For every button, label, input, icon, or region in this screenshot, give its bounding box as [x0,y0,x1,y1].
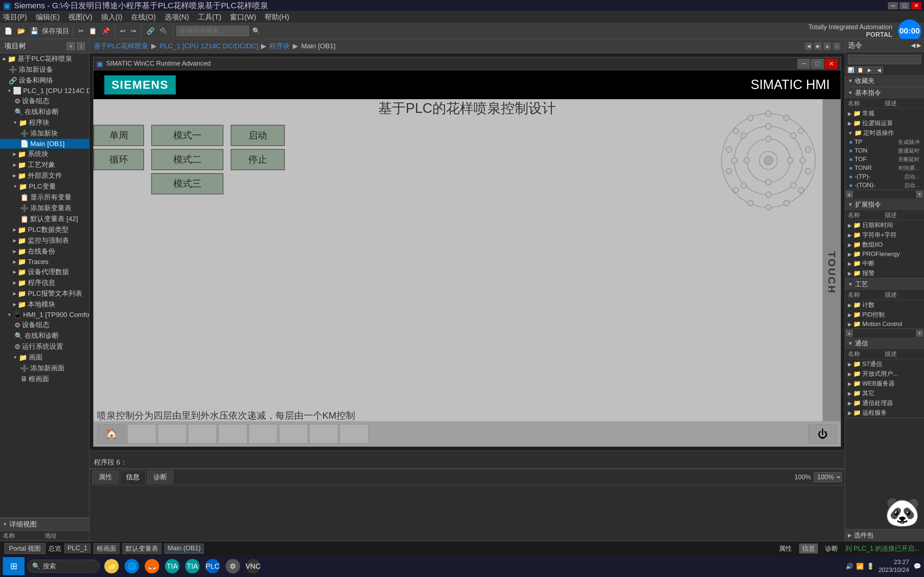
open-button[interactable]: 📂 [16,26,27,36]
tree-item-tech-objects[interactable]: ▶ 📁 工艺对象 [0,160,89,170]
tree-item-hmi[interactable]: ▼ 📱 HMI_1 [TP900 Comfort] [0,310,89,319]
menu-options[interactable]: 选项(N) [165,12,189,22]
subsection-arrays-iio[interactable]: ▶ 📁 数组IIO [845,240,924,250]
single-cycle-button[interactable]: 单周 [94,125,144,146]
tab-diagnostics[interactable]: 诊断 [147,471,173,484]
package-section[interactable]: ▶ 选件包 [845,529,924,541]
subsection-web-services[interactable]: ▶ 📁 WEB服务器 [845,379,924,388]
section-basic-title[interactable]: ▼ 基本指令 [845,87,924,98]
tree-item-devices[interactable]: 🔗 设备和网络 [0,75,89,86]
status-root-screen[interactable]: 根画面 [94,543,120,554]
notification-icon[interactable]: 💬 [914,562,921,570]
menu-window[interactable]: 窗口(W) [230,12,256,22]
subsection-open-user[interactable]: ▶ 📁 开放式用户... [845,369,924,379]
zoom-select[interactable]: 100% 75% 150% [814,472,842,482]
portal-view-button[interactable]: Portal 视图 [4,543,45,554]
subsection-general[interactable]: ▶ 📁 常规 [845,108,924,118]
search-options-btn[interactable]: ▶ [865,66,874,74]
tree-item-plc-variables[interactable]: ▼ 📁 PLC变量 [0,181,89,192]
breadcrumb-item-3[interactable]: Main [OB1] [301,42,335,50]
menu-online[interactable]: 在线(O) [131,12,156,22]
redo-button[interactable]: ↪ [129,26,137,36]
search-back-btn[interactable]: ◀ [874,66,883,74]
go-offline-button[interactable]: 🔌 [158,26,169,36]
section-favorites-title[interactable]: ▼ 收藏夹 [845,75,924,87]
mode3-button[interactable]: 模式三 [151,173,223,194]
paste-button[interactable]: 📌 [100,26,111,36]
search-icon-btn[interactable]: 📊 [846,66,855,74]
hmi-footer-btn-1[interactable] [128,424,156,443]
tab-attributes[interactable]: 属性 [92,471,118,484]
hmi-footer-btn-7[interactable] [309,424,338,443]
tree-item-root-screen[interactable]: 🖥 根画面 [0,374,89,384]
nav-up[interactable]: ▲ [824,43,831,50]
subsection-profi[interactable]: ▶ 📁 PROFIenergy [845,250,924,259]
menu-view[interactable]: 视图(V) [68,12,92,22]
breadcrumb-item-2[interactable]: 程序块 [269,42,290,51]
right-panel-expand[interactable]: ▶ [917,42,921,49]
right-panel-minimize[interactable]: ◀ [911,42,915,49]
taskbar-app-firefox[interactable]: 🦊 [143,557,161,575]
subsection-interrupt[interactable]: ▶ 📁 中断 [845,259,924,268]
taskbar-app-tia-1[interactable]: TIA [163,557,181,575]
mode2-button[interactable]: 模式二 [151,149,223,170]
scroll-down-2[interactable]: ▼ [916,330,923,337]
taskbar-app-wincc[interactable]: VNC [244,557,262,575]
loop-button[interactable]: 循环 [94,149,144,170]
subsection-comm-processor[interactable]: ▶ 📁 通信处理器 [845,398,924,408]
minimize-button[interactable]: ─ [888,2,898,10]
tree-item-local-modules[interactable]: ▶ 📁 本地模块 [0,299,89,310]
tree-item-hmi-device-config[interactable]: ⚙ 设备组态 [0,319,89,330]
tree-item-add-screen[interactable]: ➕ 添加新画面 [0,363,89,374]
go-online-button[interactable]: 🔗 [145,26,156,36]
subsection-strings[interactable]: ▶ 📁 字符串+字符 [845,230,924,240]
taskbar-app-settings[interactable]: ⚙ [224,557,242,575]
wincc-maximize[interactable]: □ [811,59,824,69]
hmi-footer-btn-4[interactable] [218,424,247,443]
taskbar-app-tia-2[interactable]: TIA [183,557,201,575]
panel-icon-2[interactable]: ⟩ [77,42,85,50]
tree-item-monitor-force[interactable]: ▶ 📁 监控与强制表 [0,235,89,246]
tree-item-traces[interactable]: ▶ 📁 Traces [0,257,89,266]
taskbar-app-explorer[interactable]: 📁 [102,557,121,575]
tree-item-runtime-settings[interactable]: ⚙ 运行系统设置 [0,341,89,352]
tree-item-add-device[interactable]: ➕ 添加新设备 [0,64,89,75]
hmi-footer-btn-3[interactable] [188,424,217,443]
breadcrumb-item-1[interactable]: PLC_1 [CPU 1214C DC/DC/DC] [160,42,258,50]
cut-button[interactable]: ✂ [77,26,85,36]
timer-tof[interactable]: ■ TOF 关断延时 [845,155,924,164]
tree-item-plc[interactable]: ▼ ⬜ PLC_1 [CPU 1214C DC/DC/DC] [0,86,89,95]
tree-item-add-var-table[interactable]: ➕ 添加新变量表 [0,203,89,213]
horizontal-scrollbar[interactable] [89,450,845,456]
status-plc1[interactable]: PLC_1 [64,543,90,553]
tree-item-program-info[interactable]: ▶ 📁 程序信息 [0,277,89,288]
search-filter-btn[interactable]: 📋 [856,66,864,74]
mode1-button[interactable]: 模式一 [151,125,223,146]
timer-ton[interactable]: ■ TON 接通延时 [845,147,924,155]
tree-item-device-config[interactable]: ⚙ 设备组态 [0,95,89,106]
taskbar-app-plc[interactable]: PLC [204,557,221,575]
nav-forward[interactable]: ▶ [814,43,822,50]
tree-item-online-backup[interactable]: ▶ 📁 在线备份 [0,246,89,257]
hmi-footer-btn-2[interactable] [158,424,187,443]
panel-icon-1[interactable]: ≡ [67,42,75,50]
subsection-remote-services[interactable]: ▶ 📁 远程服务 [845,408,924,417]
tree-item-root[interactable]: ▶ 📁 基于PLC花样喷泉 [0,53,89,64]
save-button[interactable]: 💾 [29,26,40,36]
tree-item-main-ob1[interactable]: 📄 Main [OB1] [0,139,89,148]
tree-item-plc-data-types[interactable]: ▶ 📁 PLC数据类型 [0,224,89,235]
right-search-input[interactable] [848,55,921,64]
status-info[interactable]: 信息 [799,543,818,554]
timer-tp[interactable]: ■ TP 生成脉冲 [845,138,924,147]
timer-ton-coil[interactable]: ■ -(TON)- 启动... [845,181,924,190]
timer-tp-coil[interactable]: ■ -(TP)- 启动... [845,172,924,181]
menu-insert[interactable]: 插入(I) [101,12,122,22]
copy-button[interactable]: 📋 [87,26,98,36]
subsection-pid[interactable]: ▶ 📁 PID控制 [845,310,924,319]
breadcrumb-item-0[interactable]: 基于PLC花样喷泉 [94,42,149,51]
menu-help[interactable]: 帮助(H) [265,12,289,22]
tree-item-online-diag[interactable]: 🔍 在线和诊断 [0,106,89,117]
subsection-timers[interactable]: ▼ 📁 定时器操作 [845,128,924,138]
subsection-s7-comms[interactable]: ▶ 📁 S7通信 [845,359,924,369]
tree-item-program-blocks[interactable]: ▼ 📁 程序块 [0,117,89,128]
